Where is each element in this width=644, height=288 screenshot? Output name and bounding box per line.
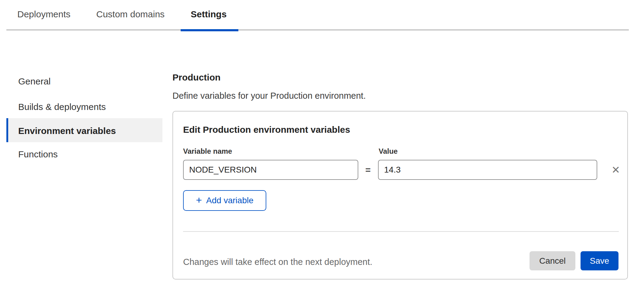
page-description: Define variables for your Production env… (172, 91, 366, 101)
equals-sign: = (362, 165, 374, 175)
card-divider (183, 231, 619, 232)
active-tab-underline (181, 29, 238, 31)
sidebar-active-indicator (6, 118, 8, 142)
remove-variable-button[interactable]: ✕ (608, 163, 623, 177)
variable-name-label: Variable name (183, 147, 232, 156)
tab-deployments[interactable]: Deployments (17, 9, 70, 23)
card-title: Edit Production environment variables (183, 125, 350, 135)
tab-settings[interactable]: Settings (191, 9, 227, 23)
environment-variables-card: Edit Production environment variables Va… (172, 111, 628, 279)
sidebar-item-general[interactable]: General (18, 76, 51, 87)
tab-bar: Deployments Custom domains Settings (0, 0, 644, 32)
sidebar-item-builds-deployments[interactable]: Builds & deployments (18, 102, 106, 113)
add-variable-label: Add variable (206, 196, 254, 205)
variable-value-input[interactable] (378, 160, 597, 180)
close-icon: ✕ (612, 164, 620, 176)
variable-name-input[interactable] (183, 160, 358, 180)
value-label: Value (379, 147, 398, 156)
footer-note: Changes will take effect on the next dep… (183, 257, 372, 267)
tab-bar-divider (6, 29, 629, 30)
cancel-button[interactable]: Cancel (530, 251, 575, 270)
sidebar-item-environment-variables[interactable]: Environment variables (18, 126, 116, 137)
add-variable-button[interactable]: + Add variable (183, 190, 266, 211)
plus-icon: + (196, 194, 202, 206)
page: Deployments Custom domains Settings Gene… (0, 0, 644, 288)
sidebar-item-functions[interactable]: Functions (18, 149, 58, 160)
tab-custom-domains[interactable]: Custom domains (96, 9, 165, 23)
page-title: Production (172, 72, 220, 83)
save-button[interactable]: Save (581, 251, 618, 270)
